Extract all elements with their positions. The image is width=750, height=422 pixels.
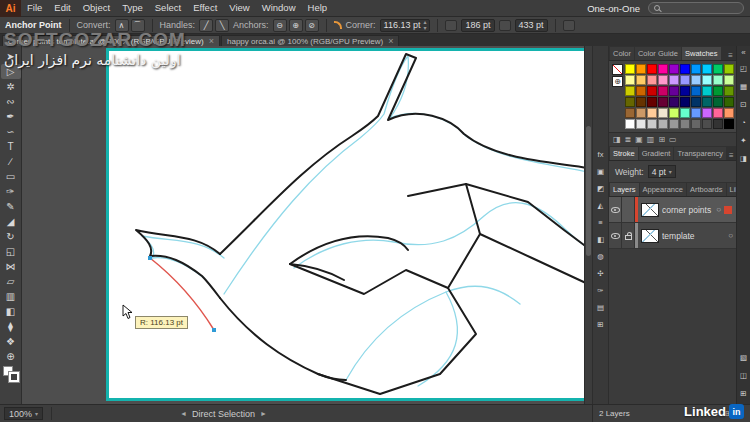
line-tool[interactable]: ∕ (1, 154, 21, 169)
pen-tool[interactable]: ✒ (1, 109, 21, 124)
swatch-4-5[interactable] (680, 108, 690, 118)
gradient-dock-icon[interactable]: ◨ (737, 152, 750, 165)
swatch-kind-icon[interactable]: ≣ (625, 135, 632, 144)
paintbrush-tool[interactable]: ✑ (1, 184, 21, 199)
anchors-button-2[interactable]: ⊘ (305, 19, 319, 32)
swatch-1-6[interactable] (691, 75, 701, 85)
swatch-5-2[interactable] (647, 119, 657, 129)
menu-edit[interactable]: Edit (48, 0, 76, 16)
libraries-panel-icon[interactable]: ▤ (594, 301, 608, 314)
swatch-options-icon[interactable]: ▣ (635, 135, 643, 144)
swatch-5-4[interactable] (669, 119, 679, 129)
pencil-tool[interactable]: ✎ (1, 199, 21, 214)
swatch-1-8[interactable] (713, 75, 723, 85)
swatch-2-9[interactable] (724, 86, 734, 96)
stroke-swatch[interactable] (9, 372, 19, 382)
next-icon[interactable]: ► (260, 410, 267, 417)
swatch-0-4[interactable] (669, 64, 679, 74)
swatch-0-5[interactable] (680, 64, 690, 74)
tab-layers[interactable]: Layers (610, 183, 639, 196)
magic-wand-tool[interactable]: ✲ (1, 79, 21, 94)
swatch-1-3[interactable] (658, 75, 668, 85)
swatch-5-6[interactable] (691, 119, 701, 129)
canvas-area[interactable]: R: 116.13 pt (22, 46, 592, 404)
swatch-3-1[interactable] (636, 97, 646, 107)
anchors-button-0[interactable]: ⊖ (273, 19, 287, 32)
eyedropper-tool[interactable]: ⧫ (1, 319, 21, 334)
zoom-tool[interactable]: ⊕ (1, 349, 21, 364)
transparency-panel-icon[interactable]: ◍ (594, 250, 608, 263)
appearance-panel-icon[interactable]: fx (594, 148, 608, 161)
close-icon[interactable]: × (209, 36, 214, 46)
swatch-4-2[interactable] (647, 108, 657, 118)
swatch-0-7[interactable] (702, 64, 712, 74)
menu-select[interactable]: Select (149, 0, 187, 16)
swatch-3-6[interactable] (691, 97, 701, 107)
swatch-3-0[interactable] (625, 97, 635, 107)
stroke-dock-icon[interactable]: ✦ (737, 134, 750, 147)
swatch-2-3[interactable] (658, 86, 668, 96)
symbols-dock-icon[interactable]: ◔ (737, 116, 750, 129)
swatch-1-0[interactable] (625, 75, 635, 85)
swatch-4-3[interactable] (658, 108, 668, 118)
swatches-dock-icon[interactable]: ▦ (737, 80, 750, 93)
corner-radius-field[interactable]: 116.13 pt ▴▾ (380, 19, 431, 32)
anchor-point-0[interactable] (148, 256, 152, 260)
swatch-2-8[interactable] (713, 86, 723, 96)
layer-row-corner-points[interactable]: corner points○ (609, 197, 736, 223)
layer-lock-toggle[interactable] (622, 223, 635, 248)
swatch-2-7[interactable] (702, 86, 712, 96)
stroke-panel-icon[interactable]: ≡ (594, 216, 608, 229)
anchor-point-1[interactable] (212, 328, 216, 332)
swatch-1-2[interactable] (647, 75, 657, 85)
layer-lock-toggle[interactable] (622, 197, 635, 222)
swatch-0-3[interactable] (658, 64, 668, 74)
graphic-styles-panel-icon[interactable]: ▣ (594, 165, 608, 178)
link-dimensions-icon[interactable] (499, 20, 511, 31)
swatch-2-2[interactable] (647, 86, 657, 96)
chevron-down-icon[interactable]: ▾ (669, 169, 672, 175)
swatch-1-7[interactable] (702, 75, 712, 85)
field-stepper-icon[interactable]: ▴▾ (423, 19, 426, 31)
swatch-2-5[interactable] (680, 86, 690, 96)
document-canvas[interactable] (22, 46, 592, 404)
swatch-0-1[interactable] (636, 64, 646, 74)
delete-swatch-icon[interactable]: ▭ (669, 135, 677, 144)
swatch-0-0[interactable] (625, 64, 635, 74)
zoom-level-select[interactable]: 100% ▾ (4, 407, 43, 420)
swatch-5-8[interactable] (713, 119, 723, 129)
swatch-4-1[interactable] (636, 108, 646, 118)
swatch-5-9[interactable] (724, 119, 734, 129)
swatch-2-1[interactable] (636, 86, 646, 96)
swatch-0-9[interactable] (724, 64, 734, 74)
menu-effect[interactable]: Effect (187, 0, 223, 16)
swatch-3-8[interactable] (713, 97, 723, 107)
new-swatch-group-icon[interactable]: ▥ (647, 135, 655, 144)
swatch-1-9[interactable] (724, 75, 734, 85)
swatch-1-1[interactable] (636, 75, 646, 85)
collapse-panels-icon[interactable]: « (741, 48, 745, 57)
fill-stroke-indicator[interactable] (3, 366, 19, 382)
menu-help[interactable]: Help (302, 0, 334, 16)
swatch-3-3[interactable] (658, 97, 668, 107)
swatch-0-6[interactable] (691, 64, 701, 74)
rotate-tool[interactable]: ↻ (1, 229, 21, 244)
reference-point-icon[interactable] (445, 20, 457, 31)
layer-visibility-toggle[interactable] (609, 197, 622, 222)
width-tool[interactable]: ⋈ (1, 259, 21, 274)
width-field[interactable]: 186 pt (461, 19, 494, 32)
panel-menu-icon[interactable]: ≡ (727, 151, 736, 160)
swatch-5-0[interactable] (625, 119, 635, 129)
swatch-registration[interactable]: ⊕ (612, 76, 623, 87)
swatch-0-8[interactable] (713, 64, 723, 74)
swatch-5-3[interactable] (658, 119, 668, 129)
gradient-panel-icon[interactable]: ◧ (594, 233, 608, 246)
scale-tool[interactable]: ◱ (1, 244, 21, 259)
color-guide-panel-icon[interactable]: ◭ (594, 199, 608, 212)
tab-color-guide[interactable]: Color Guide (635, 47, 681, 60)
swatch-3-7[interactable] (702, 97, 712, 107)
vertical-scrollbar[interactable] (584, 46, 592, 404)
swatch-1-4[interactable] (669, 75, 679, 85)
prev-icon[interactable]: ◄ (180, 410, 187, 417)
swatch-4-7[interactable] (702, 108, 712, 118)
